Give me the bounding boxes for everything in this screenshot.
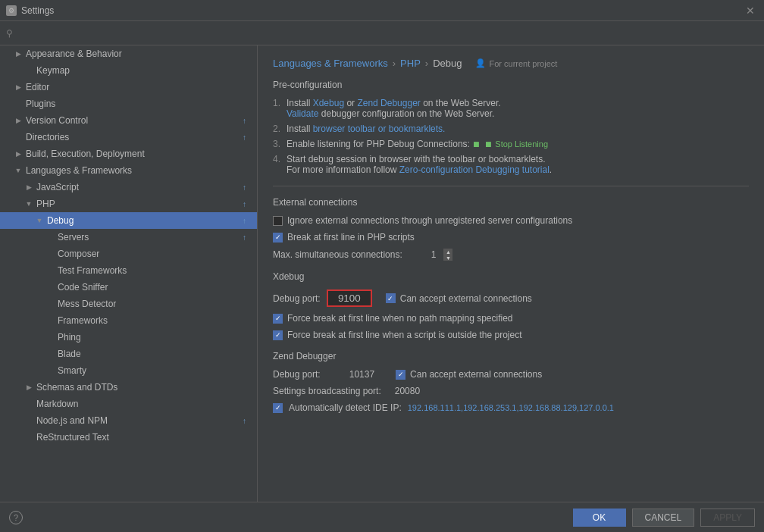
apply-button[interactable]: APPLY <box>700 509 755 527</box>
add-icon-directories[interactable]: ↑ <box>243 133 246 142</box>
sidebar-item-mess-detector[interactable]: Mess Detector <box>0 296 257 312</box>
sidebar-item-test-frameworks[interactable]: Test Frameworks <box>0 262 257 279</box>
zend-debugger-link[interactable]: Zend Debugger <box>357 98 420 108</box>
xdebug-accept-external-label: Can accept external connections <box>400 293 532 304</box>
sidebar-item-keymap[interactable]: Keymap <box>0 62 257 79</box>
add-icon-version-control[interactable]: ↑ <box>243 117 246 125</box>
sidebar-item-build[interactable]: ▶Build, Execution, Deployment <box>0 146 257 162</box>
ignore-external-row: Ignore external connections through unre… <box>273 215 749 226</box>
stop-listening-label: ⏹ Stop Listening <box>484 139 548 149</box>
sidebar-item-schemas-dtds[interactable]: ▶Schemas and DTDs <box>0 379 257 396</box>
sidebar-label-keymap: Keymap <box>36 65 70 76</box>
zend-port-label: Debug port: <box>273 369 321 380</box>
max-connections-spinbox[interactable]: ▲ ▼ <box>443 249 452 261</box>
increment-arrow[interactable]: ▲ <box>443 249 452 255</box>
sidebar-label-javascript: JavaScript <box>36 182 79 192</box>
stop-listening-btn[interactable]: ⏹ ⏹ Stop Listening <box>472 139 548 149</box>
breadcrumb-languages[interactable]: Languages & Frameworks <box>273 58 388 69</box>
browser-toolbar-link[interactable]: browser toolbar or bookmarklets. <box>313 124 446 134</box>
break-first-line-checkbox[interactable] <box>273 233 283 243</box>
xdebug-port-input[interactable] <box>327 289 372 307</box>
settings-window: ⚙ Settings ✕ ⚲ ▶Appearance & BehaviorKey… <box>0 0 764 532</box>
xdebug-link[interactable]: Xdebug <box>313 98 344 108</box>
force-break-outside-checkbox[interactable] <box>273 330 283 340</box>
sidebar-item-plugins[interactable]: Plugins <box>0 95 257 112</box>
break-first-line-row: Break at first line in PHP scripts <box>273 232 749 243</box>
sidebar-item-frameworks[interactable]: Frameworks <box>0 312 257 329</box>
ignore-external-label: Ignore external connections through unre… <box>287 215 572 226</box>
search-bar: ⚲ <box>0 21 764 45</box>
sidebar-label-debug: Debug <box>47 215 74 226</box>
max-connections-label: Max. simultaneous connections: <box>273 249 402 260</box>
sidebar-item-debug[interactable]: ▼Debug↑ <box>0 212 257 229</box>
sidebar-item-languages[interactable]: ▼Languages & Frameworks <box>0 162 257 179</box>
footer: ? OK CANCEL APPLY <box>0 502 764 532</box>
zend-accept-external-checkbox[interactable] <box>396 370 405 380</box>
max-connections-value: 1 <box>431 249 437 260</box>
sidebar-label-servers: Servers <box>58 232 89 243</box>
sidebar-label-composer: Composer <box>58 249 99 259</box>
footer-right: OK CANCEL APPLY <box>573 509 756 527</box>
zero-config-link[interactable]: Zero-configuration Debugging tutorial <box>399 164 550 175</box>
add-icon-debug[interactable]: ↑ <box>243 217 246 225</box>
sidebar-item-directories[interactable]: Directories↑ <box>0 129 257 146</box>
title-bar: ⚙ Settings ✕ <box>0 0 764 21</box>
sidebar-item-composer[interactable]: Composer <box>0 246 257 262</box>
broadcasting-port-value: 20080 <box>395 386 420 396</box>
sidebar-item-code-sniffer[interactable]: Code Sniffer <box>0 279 257 296</box>
sidebar-item-markdown[interactable]: Markdown <box>0 396 257 412</box>
sidebar: ▶Appearance & BehaviorKeymap▶EditorPlugi… <box>0 45 258 502</box>
sidebar-item-version-control[interactable]: ▶Version Control↑ <box>0 112 257 129</box>
search-wrapper: ⚲ <box>6 27 168 39</box>
help-button[interactable]: ? <box>9 511 23 524</box>
decrement-arrow[interactable]: ▼ <box>443 255 452 261</box>
step-2: 2. Install browser toolbar or bookmarkle… <box>273 124 749 134</box>
ignore-external-checkbox[interactable] <box>273 216 283 226</box>
force-break-no-mapping-label: Force break at first line when no path m… <box>287 313 513 324</box>
force-break-no-mapping-checkbox[interactable] <box>273 314 283 324</box>
zend-port-row: Debug port: 10137 Can accept external co… <box>273 369 749 380</box>
broadcasting-port-row: Settings broadcasting port: 20080 <box>273 386 749 396</box>
sidebar-label-code-sniffer: Code Sniffer <box>58 282 108 293</box>
xdebug-title: Xdebug <box>273 271 749 282</box>
sidebar-item-editor[interactable]: ▶Editor <box>0 79 257 95</box>
sidebar-label-test-frameworks: Test Frameworks <box>58 265 127 276</box>
sidebar-item-blade[interactable]: Blade <box>0 346 257 362</box>
sidebar-label-nodejs: Node.js and NPM <box>36 415 108 426</box>
sidebar-label-markdown: Markdown <box>36 399 78 409</box>
pre-config-steps: 1. Install Xdebug or Zend Debugger on th… <box>273 98 749 175</box>
expand-arrow-php: ▼ <box>23 200 35 208</box>
expand-arrow-languages: ▼ <box>12 167 24 174</box>
sidebar-item-php[interactable]: ▼PHP↑ <box>0 196 257 212</box>
add-icon-php[interactable]: ↑ <box>243 200 246 208</box>
sidebar-item-servers[interactable]: Servers↑ <box>0 229 257 246</box>
search-input[interactable] <box>16 27 168 39</box>
cancel-button[interactable]: CANCEL <box>632 509 695 527</box>
max-connections-row: Max. simultaneous connections: 1 ▲ ▼ <box>273 249 749 261</box>
breadcrumb-php[interactable]: PHP <box>400 58 421 69</box>
add-icon-nodejs[interactable]: ↑ <box>243 417 246 425</box>
force-break-no-mapping-row: Force break at first line when no path m… <box>273 313 749 324</box>
ok-button[interactable]: OK <box>573 509 626 527</box>
external-connections-title: External connections <box>273 197 749 208</box>
footer-left: ? <box>9 511 23 524</box>
sidebar-item-phing[interactable]: Phing <box>0 329 257 346</box>
xdebug-accept-external-row: Can accept external connections <box>386 293 532 304</box>
sidebar-label-blade: Blade <box>58 349 81 359</box>
validate-link[interactable]: Validate <box>286 108 318 119</box>
sidebar-item-appearance[interactable]: ▶Appearance & Behavior <box>0 45 257 62</box>
add-icon-servers[interactable]: ↑ <box>243 233 246 242</box>
auto-detect-row: Automatically detect IDE IP: 192.168.111… <box>273 402 749 413</box>
sidebar-item-restructuredtext[interactable]: ReStructured Text <box>0 429 257 446</box>
sidebar-item-javascript[interactable]: ▶JavaScript↑ <box>0 179 257 196</box>
force-break-outside-row: Force break at first line when a script … <box>273 330 749 340</box>
sidebar-item-nodejs[interactable]: Node.js and NPM↑ <box>0 412 257 429</box>
xdebug-accept-external-checkbox[interactable] <box>386 293 396 303</box>
sidebar-label-languages: Languages & Frameworks <box>26 165 132 176</box>
sidebar-label-appearance: Appearance & Behavior <box>26 49 122 59</box>
close-button[interactable]: ✕ <box>743 3 758 18</box>
add-icon-javascript[interactable]: ↑ <box>243 183 246 192</box>
breadcrumb-debug: Debug <box>433 58 462 69</box>
auto-detect-checkbox[interactable] <box>273 403 283 413</box>
sidebar-item-smarty[interactable]: Smarty <box>0 362 257 379</box>
